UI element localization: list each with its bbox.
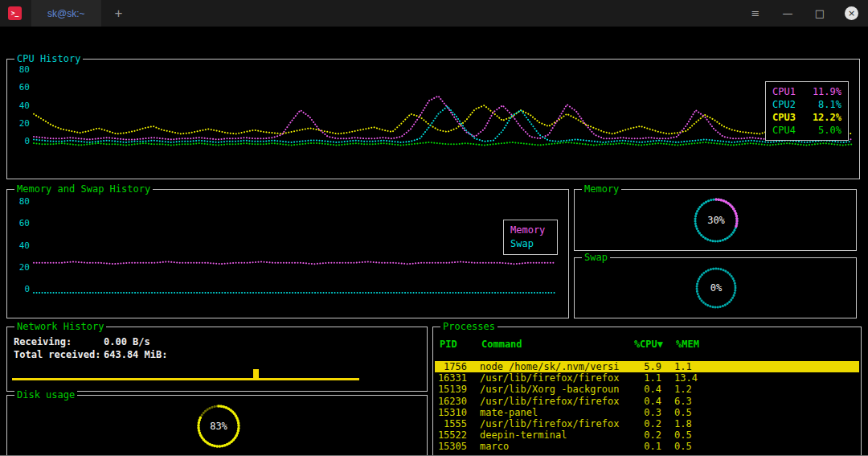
close-button[interactable]: × bbox=[845, 6, 858, 20]
legend-cpu3: CPU3 12.2% bbox=[772, 112, 841, 124]
table-row[interactable]: 15522deepin-terminal0.20.5 bbox=[435, 429, 859, 441]
cell-pid: 16230 bbox=[435, 396, 467, 407]
cell-command: marco bbox=[480, 441, 624, 452]
legend-cpu4: CPU4 5.0% bbox=[772, 125, 841, 137]
cell-cpu: 0.2 bbox=[624, 418, 661, 429]
cell-cpu: 0.4 bbox=[624, 384, 661, 395]
cell-command: mate-panel bbox=[480, 407, 624, 418]
network-history-panel: Network History Receiving: 0.00 B/s Tota… bbox=[6, 327, 428, 392]
memory-swap-chart bbox=[33, 201, 555, 296]
memory-swap-history-title: Memory and Swap History bbox=[14, 183, 153, 195]
swap-gauge-panel: Swap 0% bbox=[574, 257, 857, 318]
cell-cpu: 0.2 bbox=[624, 429, 661, 441]
menu-icon[interactable]: ≡ bbox=[748, 6, 763, 21]
network-total-row: Total received: 643.84 MiB: bbox=[14, 349, 167, 360]
table-row[interactable]: 1756node /home/sk/.nvm/versi5.91.1 bbox=[435, 361, 859, 372]
process-rows: 1756node /home/sk/.nvm/versi5.91.116331/… bbox=[435, 361, 859, 453]
legend-memory: Memory bbox=[510, 224, 551, 236]
swap-gauge: 0% bbox=[693, 265, 739, 311]
disk-percent: 83% bbox=[194, 402, 243, 450]
cell-mem: 6.3 bbox=[674, 396, 723, 407]
cell-pid: 1555 bbox=[435, 418, 467, 429]
cell-command: /usr/lib/firefox/firefox bbox=[480, 396, 624, 407]
legend-cpu2: CPU2 8.1% bbox=[772, 99, 841, 111]
cell-cpu: 0.1 bbox=[624, 441, 661, 452]
table-row[interactable]: 16230/usr/lib/firefox/firefox0.46.3 bbox=[435, 396, 859, 407]
memory-swap-history-panel: Memory and Swap History 80 60 40 20 0 Me… bbox=[6, 189, 569, 318]
cell-cpu: 1.1 bbox=[624, 372, 661, 384]
total-received-label: Total received: bbox=[14, 349, 104, 360]
cell-cpu: 0.4 bbox=[624, 396, 661, 407]
cell-mem: 13.4 bbox=[674, 372, 723, 384]
cpu-y-axis: 80 60 40 20 0 bbox=[12, 64, 30, 146]
cell-mem: 0.5 bbox=[674, 429, 723, 441]
receiving-value: 0.00 B/s bbox=[104, 336, 150, 347]
minimize-button[interactable]: — bbox=[780, 6, 795, 21]
cell-command: node /home/sk/.nvm/versi bbox=[480, 361, 624, 372]
cell-pid: 15310 bbox=[435, 407, 467, 418]
cell-command: /usr/lib/firefox/firefox bbox=[480, 418, 624, 429]
memory-gauge-title: Memory bbox=[582, 183, 621, 195]
cell-cpu: 5.9 bbox=[624, 361, 661, 372]
cell-pid: 1756 bbox=[435, 361, 467, 372]
cell-command: /usr/lib/Xorg -backgroun bbox=[480, 384, 624, 395]
tab-title: sk@sk:~ bbox=[47, 8, 85, 19]
processes-panel: Processes PID Command %CPU▼ %MEM 1756nod… bbox=[432, 327, 862, 456]
swap-percent: 0% bbox=[693, 265, 739, 311]
cell-pid: 15139 bbox=[435, 384, 467, 395]
network-usage-bar bbox=[12, 378, 359, 380]
process-table-header: PID Command %CPU▼ %MEM bbox=[436, 339, 858, 350]
total-received-value: 643.84 MiB: bbox=[104, 349, 167, 360]
memory-gauge-panel: Memory 30% bbox=[574, 189, 857, 251]
cell-mem: 0.5 bbox=[674, 441, 723, 452]
tab-active[interactable]: sk@sk:~ bbox=[31, 0, 101, 27]
legend-swap: Swap bbox=[510, 238, 551, 250]
cpu-legend: CPU1 11.9% CPU2 8.1% CPU3 12.2% CPU4 5.0… bbox=[765, 81, 849, 141]
header-pid[interactable]: PID bbox=[436, 339, 469, 350]
memory-y-axis: 80 60 40 20 0 bbox=[12, 196, 30, 294]
network-receiving-row: Receiving: 0.00 B/s bbox=[14, 336, 150, 347]
cell-mem: 1.8 bbox=[674, 418, 723, 429]
maximize-button[interactable]: □ bbox=[813, 6, 827, 21]
cpu-history-chart bbox=[33, 69, 853, 150]
memory-gauge: 30% bbox=[691, 195, 741, 245]
cell-command: /usr/lib/firefox/firefox bbox=[480, 372, 624, 384]
cell-pid: 15305 bbox=[435, 441, 467, 452]
window-controls: ≡ — □ × bbox=[748, 6, 868, 21]
cell-command: deepin-terminal bbox=[480, 429, 624, 441]
cpu-history-title: CPU History bbox=[14, 53, 83, 64]
header-cpu-sort[interactable]: %CPU▼ bbox=[626, 339, 663, 350]
legend-cpu1: CPU1 11.9% bbox=[772, 86, 841, 98]
cell-pid: 16331 bbox=[435, 372, 467, 384]
cell-mem: 0.5 bbox=[674, 407, 723, 418]
table-row[interactable]: 15310mate-panel0.30.5 bbox=[435, 407, 859, 418]
terminal-app-icon: >_ bbox=[8, 6, 22, 20]
cpu-history-panel: CPU History 80 60 40 20 0 CPU1 11.9% CPU… bbox=[6, 59, 860, 179]
cell-mem: 1.1 bbox=[674, 361, 723, 372]
table-row[interactable]: 15139/usr/lib/Xorg -backgroun0.41.2 bbox=[435, 384, 859, 395]
table-row[interactable]: 1555/usr/lib/firefox/firefox0.21.8 bbox=[435, 418, 859, 429]
memory-percent: 30% bbox=[691, 195, 741, 245]
cell-cpu: 0.3 bbox=[624, 407, 661, 418]
processes-title: Processes bbox=[440, 321, 497, 332]
disk-usage-title: Disk usage bbox=[14, 389, 77, 401]
titlebar: >_ sk@sk:~ + ≡ — □ × bbox=[0, 0, 868, 27]
network-history-title: Network History bbox=[14, 321, 106, 332]
cell-mem: 1.2 bbox=[674, 384, 723, 395]
swap-gauge-title: Swap bbox=[582, 252, 610, 263]
terminal-screen: CPU History 80 60 40 20 0 CPU1 11.9% CPU… bbox=[0, 27, 868, 456]
table-row[interactable]: 16331/usr/lib/firefox/firefox1.113.4 bbox=[435, 372, 859, 384]
new-tab-button[interactable]: + bbox=[109, 4, 129, 23]
table-row[interactable]: 15305marco0.10.5 bbox=[435, 441, 859, 452]
header-command[interactable]: Command bbox=[481, 339, 626, 350]
receiving-label: Receiving: bbox=[14, 336, 104, 347]
header-mem[interactable]: %MEM bbox=[676, 339, 724, 350]
disk-usage-panel: Disk usage 83% bbox=[6, 395, 428, 456]
disk-gauge: 83% bbox=[194, 402, 243, 450]
cell-pid: 15522 bbox=[435, 429, 467, 441]
memory-swap-legend: Memory Swap bbox=[503, 220, 558, 255]
network-usage-marker bbox=[253, 369, 259, 380]
